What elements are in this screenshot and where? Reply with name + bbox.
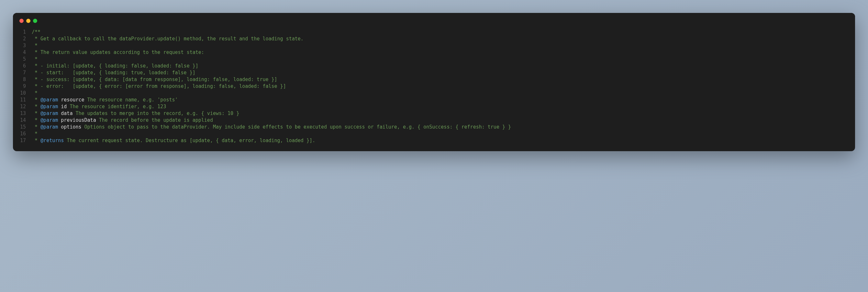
line-number: 4 <box>13 49 32 56</box>
token-comment: The resource name, e.g. 'posts' <box>85 97 178 103</box>
token-comment: * <box>32 131 37 137</box>
code-content: * <box>32 42 855 49</box>
line-number: 16 <box>13 131 32 137</box>
code-window: 1/**2 * Get a callback to call the dataP… <box>13 13 855 151</box>
token-tag: @param <box>40 97 58 103</box>
token-comment: * - start: [update, { loading: true, loa… <box>32 70 195 76</box>
token-tag: @returns <box>40 138 64 143</box>
code-line: 3 * <box>13 42 855 49</box>
code-line: 16 * <box>13 131 855 137</box>
token-comment: * <box>32 104 40 110</box>
code-line: 17 * @returns The current request state.… <box>13 137 855 144</box>
line-number: 1 <box>13 29 32 36</box>
token-comment: * <box>32 43 37 48</box>
token-comment: * Get a callback to call the dataProvide… <box>32 36 304 42</box>
line-number: 6 <box>13 63 32 69</box>
token-comment: * <box>32 97 40 103</box>
line-number: 17 <box>13 137 32 144</box>
token-comment: * - initial: [update, { loading: false, … <box>32 63 198 69</box>
close-icon[interactable] <box>20 19 24 23</box>
token-paramname: options <box>61 124 81 130</box>
code-content: * - start: [update, { loading: true, loa… <box>32 69 855 76</box>
line-number: 2 <box>13 36 32 42</box>
code-content: * <box>32 56 855 63</box>
code-line: 1/** <box>13 29 855 36</box>
code-content: * - initial: [update, { loading: false, … <box>32 63 855 69</box>
token-comment: Options object to pass to the dataProvid… <box>82 124 512 130</box>
token-paramname: previousData <box>61 117 96 123</box>
code-line: 9 * - error: [update, { error: [error fr… <box>13 83 855 90</box>
token-comment: * <box>32 110 40 116</box>
token-comment <box>58 110 61 116</box>
token-comment <box>58 124 61 130</box>
token-comment: * <box>32 56 37 62</box>
line-number: 12 <box>13 103 32 110</box>
code-content: * @param resource The resource name, e.g… <box>32 97 855 103</box>
maximize-icon[interactable] <box>33 19 37 23</box>
code-line: 5 * <box>13 56 855 63</box>
token-comment: /** <box>32 29 40 35</box>
window-titlebar <box>13 13 855 27</box>
line-number: 9 <box>13 83 32 90</box>
code-content: * @returns The current request state. De… <box>32 137 855 144</box>
code-line: 2 * Get a callback to call the dataProvi… <box>13 36 855 42</box>
code-content: * Get a callback to call the dataProvide… <box>32 36 855 42</box>
line-number: 14 <box>13 117 32 124</box>
line-number: 7 <box>13 69 32 76</box>
token-comment: The record before the update is applied <box>96 117 213 123</box>
code-line: 14 * @param previousData The record befo… <box>13 117 855 124</box>
token-comment <box>58 117 61 123</box>
code-content: * @param id The resource identifier, e.g… <box>32 103 855 110</box>
code-line: 4 * The return value updates according t… <box>13 49 855 56</box>
line-number: 8 <box>13 76 32 83</box>
code-line: 12 * @param id The resource identifier, … <box>13 103 855 110</box>
line-number: 13 <box>13 110 32 117</box>
code-content: * @param options Options object to pass … <box>32 124 855 131</box>
token-comment: * - success: [update, { data: [data from… <box>32 77 277 82</box>
token-comment: The current request state. Destructure a… <box>64 138 315 143</box>
token-comment: The resource identifier, e.g. 123 <box>67 104 166 110</box>
code-content: * <box>32 131 855 137</box>
token-tag: @param <box>40 124 58 130</box>
token-comment: * <box>32 138 40 143</box>
token-paramname: resource <box>61 97 84 103</box>
token-comment: * <box>32 90 37 96</box>
token-comment: The updates to merge into the record, e.… <box>72 110 239 116</box>
code-content: * @param data The updates to merge into … <box>32 110 855 117</box>
token-paramname: id <box>61 104 67 110</box>
code-line: 11 * @param resource The resource name, … <box>13 97 855 103</box>
token-comment: * <box>32 124 40 130</box>
token-comment: * The return value updates according to … <box>32 49 204 55</box>
token-tag: @param <box>40 110 58 116</box>
minimize-icon[interactable] <box>26 19 30 23</box>
token-tag: @param <box>40 104 58 110</box>
token-tag: @param <box>40 117 58 123</box>
code-line: 15 * @param options Options object to pa… <box>13 124 855 131</box>
line-number: 15 <box>13 124 32 131</box>
line-number: 3 <box>13 42 32 49</box>
token-comment: * - error: [update, { error: [error from… <box>32 83 286 89</box>
line-number: 11 <box>13 97 32 103</box>
token-comment: * <box>32 117 40 123</box>
code-content: * <box>32 90 855 97</box>
code-editor[interactable]: 1/**2 * Get a callback to call the dataP… <box>13 27 855 151</box>
code-content: * - error: [update, { error: [error from… <box>32 83 855 90</box>
code-line: 7 * - start: [update, { loading: true, l… <box>13 69 855 76</box>
token-comment <box>58 97 61 103</box>
token-comment <box>58 104 61 110</box>
line-number: 5 <box>13 56 32 63</box>
code-content: * The return value updates according to … <box>32 49 855 56</box>
code-line: 6 * - initial: [update, { loading: false… <box>13 63 855 69</box>
code-line: 10 * <box>13 90 855 97</box>
code-line: 8 * - success: [update, { data: [data fr… <box>13 76 855 83</box>
line-number: 10 <box>13 90 32 97</box>
code-line: 13 * @param data The updates to merge in… <box>13 110 855 117</box>
code-content: /** <box>32 29 855 36</box>
code-content: * @param previousData The record before … <box>32 117 855 124</box>
token-paramname: data <box>61 110 72 116</box>
code-content: * - success: [update, { data: [data from… <box>32 76 855 83</box>
